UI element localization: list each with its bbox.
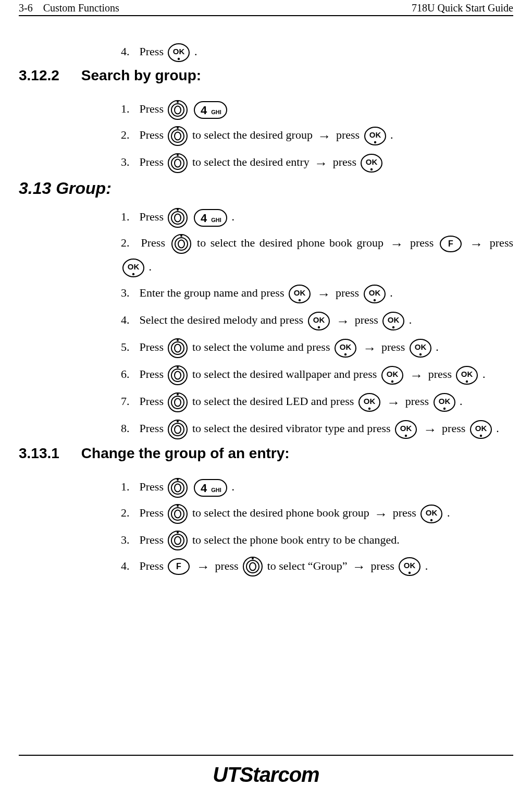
step-text: Press <box>140 102 167 115</box>
step-text: . <box>194 45 197 58</box>
step-text: . <box>436 340 439 353</box>
heading-title: Search by group: <box>81 67 201 84</box>
step-3-13-6: 6. Press to select the desired wallpaper… <box>121 363 513 387</box>
page-header: 3-6 Custom Functions 718U Quick Start Gu… <box>19 0 513 15</box>
step-text: press <box>410 236 438 249</box>
step-3-13-1-2: 2. Press to select the desired phone boo… <box>121 501 513 525</box>
step-text: Press <box>141 236 170 249</box>
step-3-12-2-3: 3. Press to select the desired entry → p… <box>121 151 513 175</box>
step-text: . <box>409 313 412 326</box>
step-text: to select the desired wallpaper and pres… <box>192 367 380 380</box>
header-left: 3-6 Custom Functions <box>19 2 119 14</box>
step-3-13-2: 2. Press to select the desired phone boo… <box>121 231 513 278</box>
ok-icon <box>122 258 145 278</box>
step-text: Press <box>140 559 167 572</box>
step-text: Press <box>140 367 167 380</box>
step-text: Select the desired melody and press <box>140 313 306 326</box>
heading-title: Change the group of an entry: <box>81 445 290 462</box>
nav-wheel-icon <box>167 100 188 120</box>
step-text: Press <box>140 422 167 435</box>
step-text: Enter the group name and press <box>140 286 287 299</box>
step-text: to select the desired LED and press <box>192 395 357 408</box>
step-text: to select the desired vibrator type and … <box>192 422 393 435</box>
step-number: 1. <box>121 97 137 120</box>
footer-logo: UTStarcom <box>19 763 513 798</box>
heading-3-13: 3.13 Group: <box>19 179 513 198</box>
logo-ut: UT <box>213 763 239 786</box>
step-text: to select the desired group <box>192 128 315 141</box>
nav-wheel-icon <box>167 504 188 524</box>
step-number: 2. <box>121 501 137 524</box>
step-text: . <box>460 395 463 408</box>
arrow-icon: → <box>424 418 437 441</box>
key-4ghi-icon <box>193 100 228 120</box>
step-text: . <box>231 210 234 223</box>
step-text: to select the desired phone book group <box>197 236 388 249</box>
step-3-13-1-1: 1. Press . <box>121 475 513 498</box>
arrow-icon: → <box>336 310 350 333</box>
step-number: 6. <box>121 363 137 386</box>
step-3-13-3: 3. Enter the group name and press → pres… <box>121 281 513 305</box>
heading-3-13-1: 3.13.1 Change the group of an entry: <box>19 445 513 462</box>
step-text: . <box>447 506 450 519</box>
ok-icon <box>409 338 432 358</box>
step-text: press <box>393 506 419 519</box>
ok-icon <box>398 557 421 576</box>
arrow-icon: → <box>410 364 423 387</box>
ok-icon <box>288 284 311 304</box>
step-text: to select “Group” <box>267 559 350 572</box>
ok-icon <box>394 420 417 439</box>
arrow-icon: → <box>317 125 331 148</box>
step-text: to select the phone book entry to be cha… <box>192 533 400 546</box>
step-text: press <box>333 155 360 168</box>
ok-icon <box>455 365 478 385</box>
nav-wheel-icon <box>171 234 192 254</box>
step-number: 2. <box>121 231 137 254</box>
step-number: 4. <box>121 555 137 578</box>
header-right: 718U Quick Start Guide <box>412 2 513 14</box>
step-text: press <box>428 367 455 380</box>
step-text: Press <box>140 210 167 223</box>
nav-wheel-icon <box>167 126 188 146</box>
step-prev-4: 4. Press . <box>121 40 513 63</box>
step-3-13-8: 8. Press to select the desired vibrator … <box>121 417 513 441</box>
step-text: . <box>231 480 234 493</box>
arrow-icon: → <box>317 283 330 305</box>
step-text: Press <box>140 340 167 353</box>
heading-3-12-2: 3.12.2 Search by group: <box>19 67 513 84</box>
step-number: 1. <box>121 475 137 498</box>
step-text: . <box>149 260 152 273</box>
step-text: press <box>336 128 363 141</box>
arrow-icon: → <box>352 555 366 578</box>
ok-icon <box>307 311 330 331</box>
arrow-icon: → <box>374 502 388 525</box>
step-number: 3. <box>121 281 137 304</box>
ok-icon <box>358 392 381 412</box>
step-text: Press <box>140 506 167 519</box>
ok-icon <box>363 284 386 304</box>
step-number: 2. <box>121 124 137 146</box>
step-text: Press <box>140 155 167 168</box>
heading-number: 3.13.1 <box>19 445 59 462</box>
step-3-12-2-2: 2. Press to select the desired group → p… <box>121 124 513 148</box>
nav-wheel-icon <box>167 392 188 413</box>
step-text: press <box>371 559 398 572</box>
ok-icon <box>420 504 443 524</box>
page-content: 4. Press . 3.12.2 Search by group: 1. Pr… <box>19 16 513 740</box>
step-text: . <box>482 367 486 380</box>
f-key-icon <box>167 558 190 575</box>
step-number: 3. <box>121 529 137 551</box>
step-text: to select the desired phone book group <box>192 506 372 519</box>
step-3-13-5: 5. Press to select the volume and press … <box>121 336 513 360</box>
step-number: 4. <box>121 40 137 63</box>
step-number: 8. <box>121 417 137 440</box>
step-text: . <box>390 286 393 299</box>
step-text: . <box>425 559 428 572</box>
step-text: Press <box>140 395 167 408</box>
step-number: 3. <box>121 151 137 174</box>
step-number: 5. <box>121 336 137 359</box>
arrow-icon: → <box>196 555 210 578</box>
f-key-icon <box>439 235 462 253</box>
nav-wheel-icon <box>167 338 188 359</box>
logo-starcom: Starcom <box>240 763 319 786</box>
